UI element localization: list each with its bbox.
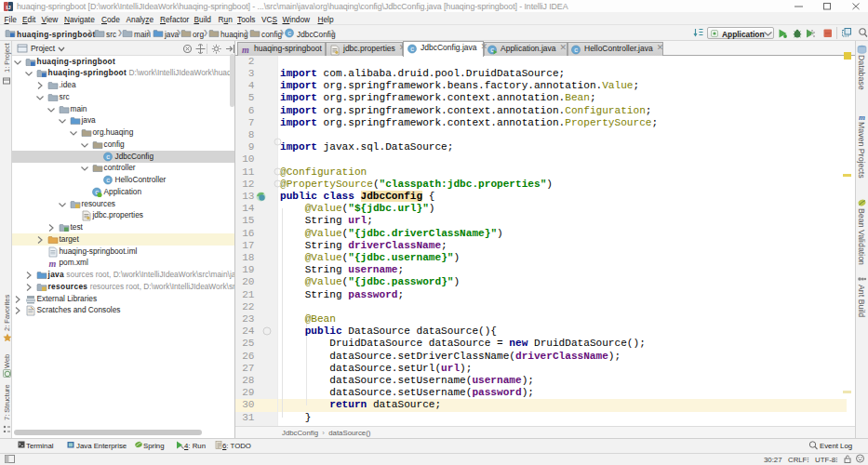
svg-text:c: c — [574, 46, 578, 54]
svg-text:IJ: IJ — [6, 5, 10, 10]
svg-text:m: m — [49, 259, 57, 269]
svg-text:c: c — [106, 153, 110, 161]
svg-text:m: m — [859, 113, 865, 122]
svg-text:c: c — [287, 29, 291, 37]
svg-text:c: c — [410, 45, 414, 53]
svg-text:c: c — [106, 176, 110, 184]
svg-text:m: m — [242, 45, 249, 55]
